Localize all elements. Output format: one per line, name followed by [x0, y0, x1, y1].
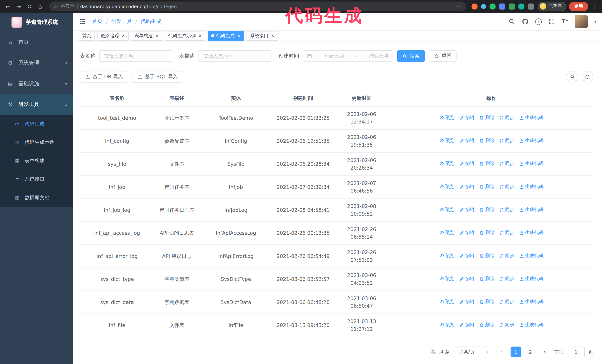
action-generate-code-link[interactable]: 生成代码	[519, 275, 543, 282]
action-edit-link[interactable]: 编辑	[459, 137, 474, 144]
table-name-input[interactable]	[99, 50, 172, 62]
action-delete-link[interactable]: 删除	[479, 206, 494, 213]
sidebar-item-infra[interactable]: ▤基础设施▾	[0, 73, 73, 94]
sidebar-subitem-codegen[interactable]: ‹/›代码生成	[0, 115, 73, 133]
extension-icon[interactable]	[471, 3, 477, 10]
extension-icon[interactable]	[499, 3, 505, 10]
close-icon[interactable]: ×	[155, 33, 159, 38]
breadcrumb-item-devtools[interactable]: 研发工具	[111, 18, 132, 25]
search-icon[interactable]	[508, 18, 515, 25]
sidebar-item-system[interactable]: ⚙系统管理▾	[0, 52, 73, 73]
extension-icon[interactable]	[508, 3, 515, 10]
action-edit-link[interactable]: 编辑	[459, 321, 474, 328]
font-size-icon[interactable]: TT	[562, 19, 568, 24]
action-sync-link[interactable]: 同步	[499, 114, 514, 121]
action-sync-link[interactable]: 同步	[499, 206, 514, 213]
extension-icon[interactable]	[481, 4, 486, 9]
action-preview-link[interactable]: 预览	[439, 229, 454, 236]
forward-icon[interactable]: →	[14, 1, 23, 11]
action-delete-link[interactable]: 删除	[479, 321, 494, 328]
action-delete-link[interactable]: 删除	[479, 298, 494, 305]
toggle-search-button[interactable]	[567, 71, 578, 82]
action-preview-link[interactable]: 预览	[439, 183, 454, 190]
import-db-button[interactable]: 基于 DB 导入	[80, 71, 128, 82]
sidebar-subitem-api[interactable]: ≡系统接口	[0, 170, 73, 188]
action-edit-link[interactable]: 编辑	[459, 275, 474, 282]
extensions-puzzle-icon[interactable]	[528, 3, 534, 10]
action-edit-link[interactable]: 编辑	[459, 114, 474, 121]
user-avatar[interactable]	[575, 15, 588, 28]
close-icon[interactable]: ×	[237, 33, 241, 38]
chevron-down-icon[interactable]: ▾	[594, 20, 596, 24]
page-number-button[interactable]: 2	[525, 347, 536, 357]
extension-icon[interactable]	[489, 3, 495, 10]
action-generate-code-link[interactable]: 生成代码	[519, 321, 543, 328]
action-generate-code-link[interactable]: 生成代码	[519, 206, 543, 213]
action-delete-link[interactable]: 删除	[479, 229, 494, 236]
action-delete-link[interactable]: 删除	[479, 275, 494, 282]
action-preview-link[interactable]: 预览	[439, 298, 454, 305]
browser-menu-icon[interactable]: ⋮	[589, 1, 599, 11]
close-icon[interactable]: ×	[271, 33, 275, 38]
close-icon[interactable]: ×	[121, 33, 125, 38]
column-header-name[interactable]: 表名称	[80, 90, 154, 106]
action-preview-link[interactable]: 预览	[439, 206, 454, 213]
action-edit-link[interactable]: 编辑	[459, 160, 474, 167]
action-delete-link[interactable]: 删除	[479, 160, 494, 167]
action-preview-link[interactable]: 预览	[439, 252, 454, 259]
action-edit-link[interactable]: 编辑	[459, 206, 474, 213]
sidebar-item-devtools[interactable]: ⚒研发工具▴	[0, 94, 73, 115]
action-preview-link[interactable]: 预览	[439, 160, 454, 167]
address-bar[interactable]: ⚠ 不安全 dashboard.yudao.iocoder.cn/tool/co…	[49, 1, 466, 11]
action-generate-code-link[interactable]: 生成代码	[519, 252, 543, 259]
table-desc-input[interactable]	[199, 50, 271, 62]
action-edit-link[interactable]: 编辑	[459, 229, 474, 236]
import-sql-button[interactable]: 基于 SQL 导入	[132, 71, 183, 82]
action-delete-link[interactable]: 删除	[479, 114, 494, 121]
collapse-sidebar-icon[interactable]	[79, 18, 86, 25]
action-preview-link[interactable]: 预览	[439, 137, 454, 144]
date-range-picker[interactable]: 开始日期 - 结束日期	[303, 50, 393, 62]
reload-icon[interactable]: ↻	[25, 1, 34, 11]
refresh-table-button[interactable]	[582, 71, 593, 82]
sidebar-subitem-db-doc[interactable]: ▥数据库文档	[0, 188, 73, 207]
page-size-select[interactable]: 10条/页 ▾	[454, 347, 492, 357]
sidebar-subitem-form-builder[interactable]: ▦表单构建	[0, 152, 73, 170]
action-generate-code-link[interactable]: 生成代码	[519, 114, 543, 121]
back-icon[interactable]: ←	[3, 1, 13, 11]
column-header-actions[interactable]: 操作	[389, 90, 593, 106]
action-generate-code-link[interactable]: 生成代码	[519, 183, 543, 190]
action-edit-link[interactable]: 编辑	[459, 183, 474, 190]
action-sync-link[interactable]: 同步	[499, 321, 514, 328]
sidebar-subitem-codegen-example[interactable]: ◎代码生成示例	[0, 133, 73, 151]
action-sync-link[interactable]: 同步	[499, 160, 514, 167]
next-page-button[interactable]: ›	[540, 347, 550, 357]
action-sync-link[interactable]: 同步	[499, 275, 514, 282]
update-button[interactable]: 更新	[569, 2, 588, 11]
tab-home[interactable]: 首页	[79, 31, 95, 41]
action-sync-link[interactable]: 同步	[499, 137, 514, 144]
profile-paused-badge[interactable]: 已暂停	[538, 2, 566, 11]
reset-button[interactable]: 重置	[429, 50, 457, 62]
action-delete-link[interactable]: 删除	[479, 252, 494, 259]
tab-form-builder[interactable]: 表单构建×	[131, 31, 162, 41]
github-icon[interactable]	[522, 18, 528, 25]
column-header-updated[interactable]: 更新时间	[334, 90, 389, 106]
action-preview-link[interactable]: 预览	[439, 321, 454, 328]
tab-api[interactable]: 系统接口×	[247, 31, 278, 41]
breadcrumb-item-home[interactable]: 首页	[92, 18, 102, 25]
home-icon[interactable]: ⌂	[35, 1, 45, 11]
action-delete-link[interactable]: 删除	[479, 137, 494, 144]
action-preview-link[interactable]: 预览	[439, 114, 454, 121]
action-generate-code-link[interactable]: 生成代码	[519, 229, 543, 236]
action-generate-code-link[interactable]: 生成代码	[519, 298, 543, 305]
logo[interactable]: 芋道管理系统	[0, 13, 73, 32]
bookmark-star-icon[interactable]: ☆	[456, 3, 461, 10]
goto-page-input[interactable]	[568, 347, 584, 357]
close-icon[interactable]: ×	[198, 33, 202, 38]
action-edit-link[interactable]: 编辑	[459, 252, 474, 259]
sidebar-item-home[interactable]: ⌂首页	[0, 32, 73, 52]
fullscreen-icon[interactable]	[548, 18, 555, 25]
action-sync-link[interactable]: 同步	[499, 252, 514, 259]
action-edit-link[interactable]: 编辑	[459, 298, 474, 305]
